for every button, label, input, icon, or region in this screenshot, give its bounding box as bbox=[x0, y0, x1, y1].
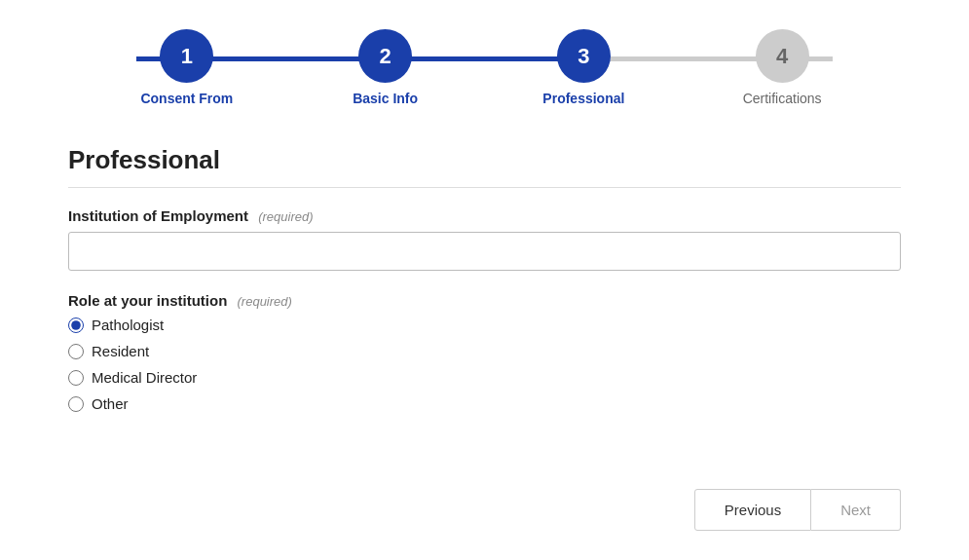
step-1-label: Consent From bbox=[140, 91, 233, 106]
step-1: 1 Consent From bbox=[88, 29, 286, 106]
radio-label-resident: Resident bbox=[92, 343, 149, 359]
radio-item-pathologist[interactable]: Pathologist bbox=[68, 317, 901, 333]
radio-item-resident[interactable]: Resident bbox=[68, 343, 901, 359]
stepper: 1 Consent From 2 Basic Info 3 Profession… bbox=[29, 19, 940, 116]
step-2: 2 Basic Info bbox=[286, 29, 485, 106]
role-field-group: Role at your institution (required) Path… bbox=[68, 292, 901, 412]
step-4-circle: 4 bbox=[756, 29, 809, 83]
radio-label-other: Other bbox=[92, 395, 129, 412]
employment-label: Institution of Employment (required) bbox=[68, 207, 901, 224]
radio-item-other[interactable]: Other bbox=[68, 395, 901, 412]
section-title: Professional bbox=[68, 145, 901, 188]
previous-button[interactable]: Previous bbox=[694, 489, 811, 531]
step-4: 4 Certifications bbox=[683, 29, 881, 106]
radio-item-medical_director[interactable]: Medical Director bbox=[68, 369, 901, 386]
radio-medical_director[interactable] bbox=[68, 370, 84, 386]
step-2-label: Basic Info bbox=[353, 91, 418, 106]
radio-label-pathologist: Pathologist bbox=[92, 317, 164, 333]
radio-pathologist[interactable] bbox=[68, 317, 84, 333]
step-3-label: Professional bbox=[542, 91, 624, 106]
step-4-label: Certifications bbox=[743, 91, 822, 106]
role-label: Role at your institution (required) bbox=[68, 292, 901, 309]
page-container: 1 Consent From 2 Basic Info 3 Profession… bbox=[0, 0, 969, 560]
step-3: 3 Professional bbox=[485, 29, 684, 106]
role-radio-group: PathologistResidentMedical DirectorOther bbox=[68, 317, 901, 412]
employment-input[interactable] bbox=[68, 232, 901, 271]
step-3-circle: 3 bbox=[557, 29, 611, 83]
employment-field-group: Institution of Employment (required) bbox=[68, 207, 901, 271]
next-button[interactable]: Next bbox=[811, 489, 901, 531]
radio-resident[interactable] bbox=[68, 344, 84, 359]
form-section: Professional Institution of Employment (… bbox=[29, 135, 940, 469]
role-required-note: (required) bbox=[238, 294, 292, 309]
nav-buttons: Previous Next bbox=[29, 469, 940, 541]
radio-other[interactable] bbox=[68, 396, 84, 412]
radio-label-medical_director: Medical Director bbox=[92, 369, 197, 386]
step-1-circle: 1 bbox=[160, 29, 213, 83]
employment-required-note: (required) bbox=[258, 209, 313, 224]
step-2-circle: 2 bbox=[358, 29, 412, 83]
